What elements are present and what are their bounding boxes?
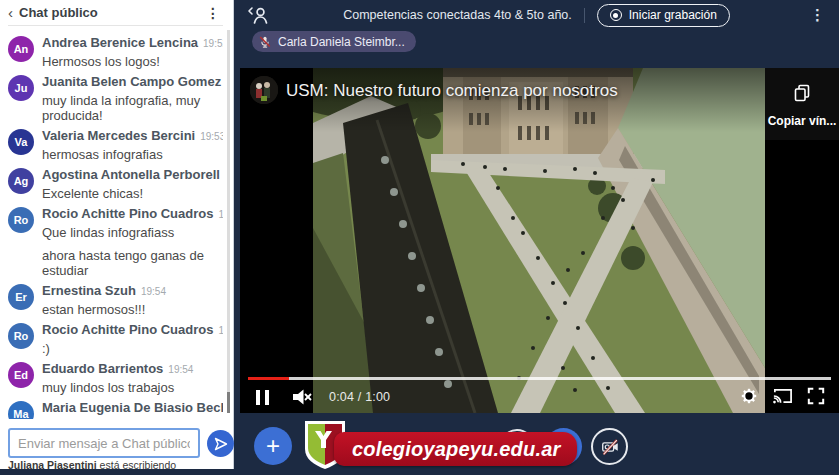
talking-user-name: Carla Daniela Steimbr... <box>278 35 405 49</box>
mute-button[interactable] <box>291 387 313 407</box>
avatar: Ro <box>8 323 34 349</box>
message-body: Maria Eugenia De Biasio Bechara19:55 Me … <box>42 399 223 419</box>
message-time: 19:54 <box>218 209 223 220</box>
sender-name: Agostina Antonella Perborell <box>42 167 220 182</box>
cast-button[interactable] <box>772 387 793 407</box>
avatar: Ed <box>8 362 34 388</box>
talking-indicator-badge[interactable]: Carla Daniela Steimbr... <box>252 31 416 52</box>
message-body: Ernestina Szuh19:54 estan hermosos!!! <box>42 282 166 317</box>
message-time: 19:54 <box>218 325 223 336</box>
channel-avatar-image <box>250 76 278 104</box>
chat-message: Ag Agostina Antonella Perborell19:54 Exc… <box>8 166 223 201</box>
message-text: Hermosos los logos! <box>42 54 223 69</box>
paper-plane-icon <box>214 437 228 451</box>
topbar-divider <box>584 8 585 23</box>
message-text: ahora hasta tengo ganas de estudiar <box>42 248 223 278</box>
school-url-ribbon: colegioyapeyu.edu.ar <box>334 432 577 466</box>
chat-message: Ju Juanita Belen Campo Gomez19:52 muy li… <box>8 73 223 123</box>
message-time: 19:54 <box>168 364 193 375</box>
fullscreen-icon <box>807 387 825 405</box>
share-webcam-button[interactable] <box>591 428 628 465</box>
message-body: Juanita Belen Campo Gomez19:52 muy linda… <box>42 73 223 123</box>
message-time: 19:53 <box>200 131 223 142</box>
record-icon <box>610 9 622 21</box>
muted-mic-icon <box>258 35 272 49</box>
sender-name: Juanita Belen Campo Gomez <box>42 74 221 89</box>
start-recording-button[interactable]: Iniciar grabación <box>597 4 730 27</box>
options-menu-button[interactable]: ⋮ <box>806 6 829 24</box>
avatar: Va <box>8 129 34 155</box>
sender-name: Eduardo Barrientos <box>42 361 163 376</box>
chat-message: Ma Maria Eugenia De Biasio Bechara19:55 … <box>8 399 223 419</box>
avatar: Er <box>8 284 34 310</box>
muted-speaker-icon <box>291 387 313 407</box>
back-chevron-icon: ‹ <box>8 5 13 20</box>
message-body: Eduardo Barrientos19:54 muy lindos los t… <box>42 360 193 395</box>
message-list: An Andrea Berenice Lencina19:52 Hermosos… <box>0 28 223 419</box>
action-bar: + colegioyapeyu.edu.ar <box>234 413 839 475</box>
copy-link-label: Copiar vín... <box>765 114 839 128</box>
time-display: 0:04 / 1:00 <box>329 390 390 404</box>
message-text: muy lindos los trabajos <box>42 380 193 395</box>
video-progress-bar[interactable] <box>248 377 831 380</box>
message-body: Rocio Achitte Pino Cuadros19:54 :) <box>42 321 223 356</box>
sender-name: Ernestina Szuh <box>42 283 136 298</box>
webcam-off-icon <box>600 437 620 457</box>
chat-message: Va Valeria Mercedes Bercini19:53 hermosa… <box>8 127 223 162</box>
sender-name: Rocio Achitte Pino Cuadros <box>42 206 213 221</box>
settings-button[interactable] <box>740 387 758 407</box>
sender-name: Maria Eugenia De Biasio Bechara <box>42 400 223 415</box>
message-text: estan hermosos!!! <box>42 302 166 317</box>
cast-icon <box>772 387 793 405</box>
presentation-area: Competencias conectadas 4to & 5to año. I… <box>234 0 839 475</box>
message-text: hermosas infografias <box>42 147 223 162</box>
sender-name: Rocio Achitte Pino Cuadros <box>42 322 213 337</box>
copy-icon <box>792 83 812 103</box>
actions-button[interactable]: + <box>254 427 292 465</box>
message-body: Andrea Berenice Lencina19:52 Hermosos lo… <box>42 34 223 69</box>
avatar: Ma <box>8 401 34 419</box>
avatar: Ju <box>8 75 34 101</box>
chat-header: ‹ Chat público ⋮ <box>8 0 223 26</box>
message-text: :) <box>42 341 223 356</box>
top-bar: Competencias conectadas 4to & 5to año. I… <box>234 0 839 30</box>
pause-button[interactable] <box>256 390 269 405</box>
channel-avatar[interactable] <box>250 76 278 104</box>
chat-scrollbar-thumb[interactable] <box>227 392 230 413</box>
chat-panel: ‹ Chat público ⋮ An Andrea Berenice Lenc… <box>0 0 234 469</box>
video-controls: 0:04 / 1:00 <box>240 373 839 413</box>
video-title[interactable]: USM: Nuestro futuro comienza por nosotro… <box>286 81 618 101</box>
toggle-userlist-button[interactable] <box>246 4 274 26</box>
send-message-button[interactable] <box>207 430 234 457</box>
chat-back-button[interactable]: ‹ Chat público <box>8 5 98 20</box>
school-logo: colegioyapeyu.edu.ar <box>302 419 577 471</box>
sender-name: Valeria Mercedes Bercini <box>42 128 195 143</box>
message-body: Agostina Antonella Perborell19:54 Excele… <box>42 166 223 201</box>
chat-message: Ed Eduardo Barrientos19:54 muy lindos lo… <box>8 360 223 395</box>
message-time: 19:52 <box>203 38 223 49</box>
meeting-title: Competencias conectadas 4to & 5to año. <box>343 8 572 22</box>
userlist-person-icon <box>246 4 274 26</box>
sender-name: Andrea Berenice Lencina <box>42 35 198 50</box>
message-text: Que lindas infografiass <box>42 225 223 240</box>
chat-message: An Andrea Berenice Lencina19:52 Hermosos… <box>8 34 223 69</box>
avatar: An <box>8 36 34 62</box>
chat-scrollbar[interactable] <box>227 30 230 413</box>
chat-message: Ro Rocio Achitte Pino Cuadros19:54 :) <box>8 321 223 356</box>
chat-message: Er Ernestina Szuh19:54 estan hermosos!!! <box>8 282 223 317</box>
chat-message: Ro Rocio Achitte Pino Cuadros19:54 Que l… <box>8 205 223 278</box>
avatar: Ro <box>8 207 34 233</box>
copy-link-button[interactable]: Copiar vín... <box>765 68 839 140</box>
message-body: Rocio Achitte Pino Cuadros19:54 Que lind… <box>42 205 223 278</box>
typing-indicator: Juliana Piasentini está escribiendo <box>8 459 176 471</box>
message-time: 19:54 <box>141 286 166 297</box>
fullscreen-button[interactable] <box>807 387 825 407</box>
avatar: Ag <box>8 168 34 194</box>
chat-message-input[interactable] <box>8 428 200 458</box>
bigbluebutton-app: ‹ Chat público ⋮ An Andrea Berenice Lenc… <box>0 0 839 475</box>
message-body: Valeria Mercedes Bercini19:53 hermosas i… <box>42 127 223 162</box>
gear-icon <box>740 387 758 405</box>
typing-user: Juliana Piasentini <box>8 459 97 471</box>
video-player[interactable]: USM: Nuestro futuro comienza por nosotro… <box>240 68 839 413</box>
chat-options-menu-button[interactable]: ⋮ <box>203 5 223 21</box>
